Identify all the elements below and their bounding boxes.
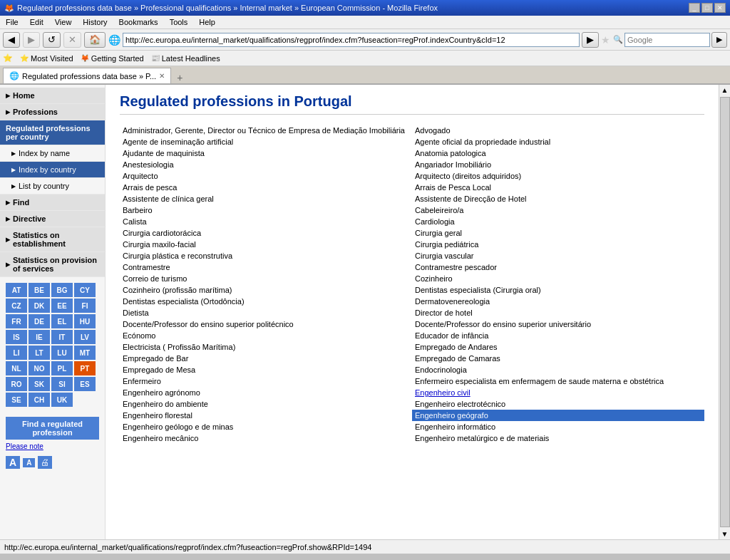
country-button-lv[interactable]: LV: [74, 330, 96, 344]
menu-help[interactable]: Help: [196, 17, 218, 27]
country-button-it[interactable]: IT: [51, 330, 73, 344]
window-controls[interactable]: _ □ ✕: [689, 3, 726, 13]
tab-add-button[interactable]: +: [174, 72, 185, 83]
address-input[interactable]: [123, 33, 580, 47]
scroll-up-button[interactable]: ▲: [720, 85, 730, 95]
country-button-no[interactable]: NO: [29, 361, 50, 375]
sidebar-item-index-name[interactable]: ▶ Index by name: [0, 145, 105, 162]
find-regulated-button[interactable]: Find a regulated profession: [6, 417, 99, 440]
bookmark-star-icon[interactable]: ★: [601, 34, 610, 46]
search-bar: 🔍 ▶: [613, 32, 727, 48]
profession-right-23[interactable]: Engenheiro civil: [412, 387, 704, 398]
country-button-se[interactable]: SE: [6, 393, 27, 407]
country-button-ch[interactable]: CH: [29, 393, 50, 407]
font-large-button[interactable]: A: [6, 456, 20, 469]
sidebar-item-stats-serv[interactable]: ▶ Statistics on provision of services: [0, 252, 105, 277]
menu-tools[interactable]: Tools: [167, 17, 191, 27]
search-input[interactable]: [624, 33, 710, 47]
country-button-de[interactable]: DE: [29, 314, 50, 328]
profession-left-12: Contramestre: [120, 261, 412, 273]
tab-close-icon[interactable]: ✕: [159, 72, 165, 80]
forward-button[interactable]: ▶: [23, 32, 40, 48]
menu-history[interactable]: History: [80, 17, 110, 27]
country-button-mt[interactable]: MT: [74, 346, 96, 360]
country-grid: ATBEBGCYCZDKEEFIFRDEELHUISIEITLVLILTLUMT…: [0, 277, 105, 413]
bookmark-most-visited[interactable]: ⭐ Most Visited: [20, 54, 73, 63]
profession-right-19: Empregado de Andares: [412, 341, 704, 353]
country-button-lu[interactable]: LU: [51, 346, 73, 360]
minimize-button[interactable]: _: [689, 3, 700, 13]
sidebar-item-stats-est[interactable]: ▶ Statistics on establishment: [0, 227, 105, 252]
stats-est-triangle-icon: ▶: [6, 237, 10, 243]
country-button-hu[interactable]: HU: [74, 314, 96, 328]
country-button-ee[interactable]: EE: [51, 299, 73, 313]
sidebar-item-home[interactable]: ▶ Home: [0, 88, 105, 104]
country-row: FRDEELHU: [6, 314, 99, 328]
country-button-fi[interactable]: FI: [74, 299, 96, 313]
sidebar-item-list-country[interactable]: ▶ List by country: [0, 178, 105, 195]
country-button-pt[interactable]: PT: [74, 361, 96, 375]
font-small-button[interactable]: A: [23, 458, 35, 467]
country-button-is[interactable]: IS: [6, 330, 27, 344]
bookmarks-bar: ⭐ ⭐ Most Visited 🦊 Getting Started 📰 Lat…: [0, 51, 730, 66]
scroll-down-button[interactable]: ▼: [720, 529, 730, 539]
country-button-pl[interactable]: PL: [51, 361, 73, 375]
reload-button[interactable]: ↺: [43, 32, 61, 48]
country-button-el[interactable]: EL: [51, 314, 73, 328]
menu-bookmarks[interactable]: Bookmarks: [116, 17, 161, 27]
menubar: File Edit View History Bookmarks Tools H…: [0, 16, 730, 29]
country-button-fr[interactable]: FR: [6, 314, 27, 328]
sidebar-item-find[interactable]: ▶ Find: [0, 195, 105, 211]
profession-left-22: Enfermeiro: [120, 375, 412, 387]
menu-view[interactable]: View: [52, 17, 75, 27]
profession-right-4: Arquitecto (direitos adquiridos): [412, 170, 704, 182]
directive-triangle-icon: ▶: [6, 216, 10, 222]
stop-button[interactable]: ✕: [63, 32, 81, 48]
sidebar-item-directive[interactable]: ▶ Directive: [0, 211, 105, 227]
country-button-be[interactable]: BE: [29, 283, 50, 297]
menu-edit[interactable]: Edit: [27, 17, 46, 27]
country-button-lt[interactable]: LT: [29, 346, 50, 360]
country-button-ie[interactable]: IE: [29, 330, 50, 344]
profession-left-11: Cirurgia plástica e reconstrutiva: [120, 250, 412, 261]
profession-right-25[interactable]: Engenheiro geógrafo: [412, 410, 704, 421]
bookmark-getting-started[interactable]: 🦊 Getting Started: [81, 54, 144, 63]
country-button-nl[interactable]: NL: [6, 361, 27, 375]
profession-link-23[interactable]: Engenheiro civil: [415, 388, 471, 397]
country-button-at[interactable]: AT: [6, 283, 27, 297]
country-button-dk[interactable]: DK: [29, 299, 50, 313]
country-button-si[interactable]: SI: [51, 377, 73, 391]
country-button-sk[interactable]: SK: [29, 377, 50, 391]
country-button-ro[interactable]: RO: [6, 377, 27, 391]
country-button-cy[interactable]: CY: [74, 283, 96, 297]
country-button-uk[interactable]: UK: [51, 393, 73, 407]
professions-triangle-icon: ▶: [6, 109, 10, 115]
print-button[interactable]: 🖨: [38, 456, 52, 469]
home-button[interactable]: 🏠: [84, 32, 106, 48]
search-button[interactable]: ▶: [711, 32, 727, 48]
profession-right-10: Cirurgia pediátrica: [412, 239, 704, 250]
go-button[interactable]: ▶: [582, 32, 599, 48]
bookmark-latest-headlines[interactable]: 📰 Latest Headlines: [151, 54, 220, 63]
menu-file[interactable]: File: [3, 17, 21, 27]
index-country-label: Index by country: [19, 165, 76, 174]
scroll-thumb[interactable]: [720, 97, 730, 527]
profession-left-24: Engenheiro do ambiente: [120, 398, 412, 410]
country-button-es[interactable]: ES: [74, 377, 96, 391]
maximize-button[interactable]: □: [701, 3, 713, 13]
country-button-cz[interactable]: CZ: [6, 299, 27, 313]
sidebar-item-professions[interactable]: ▶ Professions: [0, 104, 105, 120]
scrollbar[interactable]: ▲ ▼: [719, 85, 730, 539]
back-button[interactable]: ◀: [3, 32, 20, 48]
sidebar-item-index-country[interactable]: ▶ Index by country: [0, 162, 105, 178]
profession-right-8: Cardiologia: [412, 216, 704, 227]
close-button[interactable]: ✕: [714, 3, 726, 13]
tab-regulated[interactable]: 🌐 Regulated professions data base » P...…: [3, 68, 171, 83]
profession-left-21: Empregado de Mesa: [120, 364, 412, 375]
country-button-li[interactable]: LI: [6, 346, 27, 360]
please-note-link[interactable]: Please note: [6, 442, 99, 450]
search-engine-icon: 🔍: [613, 35, 623, 44]
browser-icon: 🦊: [4, 4, 14, 13]
sidebar-item-regulated[interactable]: Regulated professions per country: [0, 120, 105, 145]
country-button-bg[interactable]: BG: [51, 283, 73, 297]
